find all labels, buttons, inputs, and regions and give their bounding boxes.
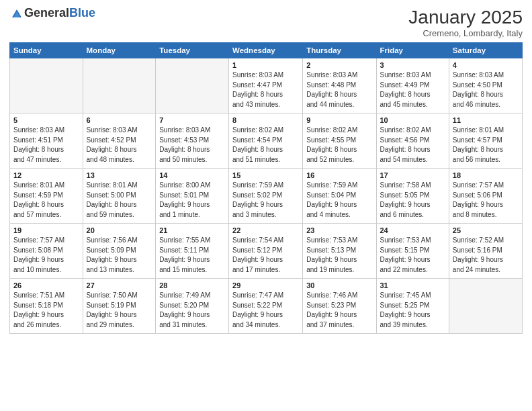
- day-number: 24: [380, 226, 445, 234]
- day-info: Sunrise: 8:03 AM Sunset: 4:50 PM Dayligh…: [453, 71, 519, 109]
- day-number: 20: [87, 226, 152, 234]
- day-number: 19: [13, 226, 79, 234]
- calendar-cell: 14Sunrise: 8:00 AM Sunset: 5:01 PM Dayli…: [156, 169, 229, 224]
- day-number: 27: [87, 281, 152, 289]
- day-number: 17: [380, 171, 445, 179]
- day-info: Sunrise: 7:54 AM Sunset: 5:12 PM Dayligh…: [232, 236, 299, 275]
- calendar-cell: 8Sunrise: 8:02 AM Sunset: 4:54 PM Daylig…: [229, 113, 303, 169]
- day-info: Sunrise: 7:53 AM Sunset: 5:13 PM Dayligh…: [306, 236, 372, 275]
- calendar-week-4: 26Sunrise: 7:51 AM Sunset: 5:18 PM Dayli…: [10, 279, 523, 334]
- day-info: Sunrise: 7:59 AM Sunset: 5:02 PM Dayligh…: [232, 181, 299, 220]
- logo-general-text: General: [24, 6, 69, 19]
- day-number: 30: [306, 281, 372, 289]
- day-number: 21: [159, 226, 225, 234]
- calendar-cell: [10, 58, 83, 113]
- day-info: Sunrise: 7:59 AM Sunset: 5:04 PM Dayligh…: [306, 181, 372, 220]
- calendar-cell: 22Sunrise: 7:54 AM Sunset: 5:12 PM Dayli…: [229, 224, 303, 279]
- day-info: Sunrise: 8:03 AM Sunset: 4:53 PM Dayligh…: [159, 126, 225, 165]
- location: Cremeno, Lombardy, Italy: [408, 28, 523, 38]
- day-number: 31: [380, 281, 445, 289]
- calendar-week-1: 5Sunrise: 8:03 AM Sunset: 4:51 PM Daylig…: [10, 113, 523, 169]
- day-number: 28: [159, 281, 225, 289]
- day-info: Sunrise: 8:02 AM Sunset: 4:54 PM Dayligh…: [232, 126, 299, 165]
- calendar-cell: 13Sunrise: 8:01 AM Sunset: 5:00 PM Dayli…: [83, 169, 156, 224]
- weekday-header-row: SundayMondayTuesdayWednesdayThursdayFrid…: [10, 43, 523, 58]
- calendar-cell: 2Sunrise: 8:03 AM Sunset: 4:48 PM Daylig…: [303, 58, 376, 113]
- day-info: Sunrise: 7:50 AM Sunset: 5:19 PM Dayligh…: [87, 291, 152, 330]
- day-info: Sunrise: 7:49 AM Sunset: 5:20 PM Dayligh…: [159, 291, 225, 330]
- calendar-week-0: 1Sunrise: 8:03 AM Sunset: 4:47 PM Daylig…: [10, 58, 523, 113]
- day-number: 2: [306, 61, 372, 69]
- calendar-cell: 28Sunrise: 7:49 AM Sunset: 5:20 PM Dayli…: [156, 279, 229, 334]
- day-info: Sunrise: 7:47 AM Sunset: 5:22 PM Dayligh…: [232, 291, 299, 330]
- calendar-table: SundayMondayTuesdayWednesdayThursdayFrid…: [9, 42, 523, 334]
- calendar-cell: 18Sunrise: 7:57 AM Sunset: 5:06 PM Dayli…: [449, 169, 522, 224]
- calendar-cell: 24Sunrise: 7:53 AM Sunset: 5:15 PM Dayli…: [376, 224, 449, 279]
- day-info: Sunrise: 8:03 AM Sunset: 4:47 PM Dayligh…: [232, 71, 299, 109]
- day-info: Sunrise: 7:45 AM Sunset: 5:25 PM Dayligh…: [380, 291, 445, 330]
- day-number: 15: [232, 171, 299, 179]
- calendar-cell: 26Sunrise: 7:51 AM Sunset: 5:18 PM Dayli…: [10, 279, 83, 334]
- header: GeneralBlue January 2025 Cremeno, Lombar…: [9, 7, 523, 38]
- month-title: January 2025: [408, 7, 523, 28]
- weekday-header-saturday: Saturday: [449, 43, 522, 58]
- day-info: Sunrise: 8:00 AM Sunset: 5:01 PM Dayligh…: [159, 181, 225, 220]
- day-info: Sunrise: 8:02 AM Sunset: 4:56 PM Dayligh…: [380, 126, 445, 165]
- logo-icon: [11, 8, 23, 20]
- day-info: Sunrise: 8:01 AM Sunset: 4:59 PM Dayligh…: [13, 181, 79, 220]
- calendar-cell: [156, 58, 229, 113]
- logo: GeneralBlue: [9, 7, 95, 23]
- page: GeneralBlue January 2025 Cremeno, Lombar…: [0, 0, 532, 411]
- day-number: 23: [306, 226, 372, 234]
- day-number: 7: [159, 116, 225, 124]
- calendar-cell: 16Sunrise: 7:59 AM Sunset: 5:04 PM Dayli…: [303, 169, 376, 224]
- day-info: Sunrise: 7:57 AM Sunset: 5:08 PM Dayligh…: [13, 236, 79, 275]
- weekday-header-monday: Monday: [83, 43, 156, 58]
- day-number: 11: [453, 116, 519, 124]
- calendar-cell: 21Sunrise: 7:55 AM Sunset: 5:11 PM Dayli…: [156, 224, 229, 279]
- day-info: Sunrise: 7:52 AM Sunset: 5:16 PM Dayligh…: [453, 236, 519, 275]
- day-info: Sunrise: 7:57 AM Sunset: 5:06 PM Dayligh…: [453, 181, 519, 220]
- day-number: 26: [13, 281, 79, 289]
- calendar-cell: 5Sunrise: 8:03 AM Sunset: 4:51 PM Daylig…: [10, 113, 83, 169]
- day-info: Sunrise: 8:03 AM Sunset: 4:52 PM Dayligh…: [87, 126, 152, 165]
- day-number: 10: [380, 116, 445, 124]
- calendar-cell: [449, 279, 522, 334]
- day-info: Sunrise: 8:03 AM Sunset: 4:48 PM Dayligh…: [306, 71, 372, 109]
- calendar-cell: 3Sunrise: 8:03 AM Sunset: 4:49 PM Daylig…: [376, 58, 449, 113]
- calendar-cell: 29Sunrise: 7:47 AM Sunset: 5:22 PM Dayli…: [229, 279, 303, 334]
- day-number: 6: [87, 116, 152, 124]
- day-info: Sunrise: 8:02 AM Sunset: 4:55 PM Dayligh…: [306, 126, 372, 165]
- day-number: 22: [232, 226, 299, 234]
- weekday-header-tuesday: Tuesday: [156, 43, 229, 58]
- day-info: Sunrise: 8:03 AM Sunset: 4:51 PM Dayligh…: [13, 126, 79, 165]
- day-info: Sunrise: 7:56 AM Sunset: 5:09 PM Dayligh…: [87, 236, 152, 275]
- calendar-cell: 11Sunrise: 8:01 AM Sunset: 4:57 PM Dayli…: [449, 113, 522, 169]
- calendar-week-2: 12Sunrise: 8:01 AM Sunset: 4:59 PM Dayli…: [10, 169, 523, 224]
- day-number: 29: [232, 281, 299, 289]
- title-block: January 2025 Cremeno, Lombardy, Italy: [408, 7, 523, 38]
- day-number: 12: [13, 171, 79, 179]
- day-number: 13: [87, 171, 152, 179]
- day-info: Sunrise: 8:01 AM Sunset: 4:57 PM Dayligh…: [453, 126, 519, 165]
- calendar-cell: 12Sunrise: 8:01 AM Sunset: 4:59 PM Dayli…: [10, 169, 83, 224]
- weekday-header-friday: Friday: [376, 43, 449, 58]
- day-number: 18: [453, 171, 519, 179]
- weekday-header-wednesday: Wednesday: [229, 43, 303, 58]
- calendar-cell: 6Sunrise: 8:03 AM Sunset: 4:52 PM Daylig…: [83, 113, 156, 169]
- calendar-cell: 4Sunrise: 8:03 AM Sunset: 4:50 PM Daylig…: [449, 58, 522, 113]
- calendar-body: 1Sunrise: 8:03 AM Sunset: 4:47 PM Daylig…: [10, 58, 523, 334]
- weekday-header-sunday: Sunday: [10, 43, 83, 58]
- calendar-cell: 9Sunrise: 8:02 AM Sunset: 4:55 PM Daylig…: [303, 113, 376, 169]
- calendar-cell: 23Sunrise: 7:53 AM Sunset: 5:13 PM Dayli…: [303, 224, 376, 279]
- calendar-cell: 7Sunrise: 8:03 AM Sunset: 4:53 PM Daylig…: [156, 113, 229, 169]
- day-number: 1: [232, 61, 299, 69]
- calendar-cell: [83, 58, 156, 113]
- logo-blue-text: Blue: [69, 6, 95, 19]
- calendar-cell: 20Sunrise: 7:56 AM Sunset: 5:09 PM Dayli…: [83, 224, 156, 279]
- day-number: 5: [13, 116, 79, 124]
- calendar-cell: 31Sunrise: 7:45 AM Sunset: 5:25 PM Dayli…: [376, 279, 449, 334]
- day-info: Sunrise: 7:58 AM Sunset: 5:05 PM Dayligh…: [380, 181, 445, 220]
- calendar-cell: 10Sunrise: 8:02 AM Sunset: 4:56 PM Dayli…: [376, 113, 449, 169]
- day-info: Sunrise: 7:55 AM Sunset: 5:11 PM Dayligh…: [159, 236, 225, 275]
